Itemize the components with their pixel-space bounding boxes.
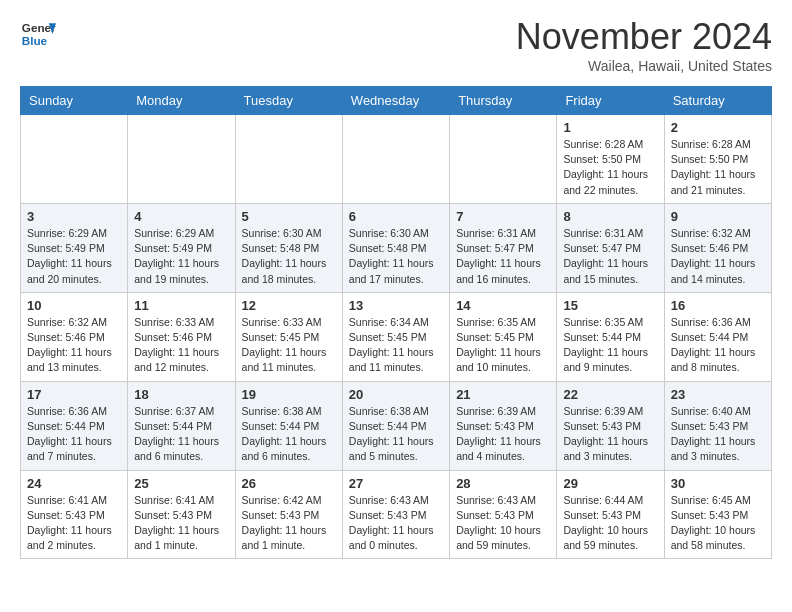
weekday-header-friday: Friday [557, 87, 664, 115]
calendar-cell: 19Sunrise: 6:38 AM Sunset: 5:44 PM Dayli… [235, 381, 342, 470]
day-number: 29 [563, 476, 657, 491]
calendar-cell: 5Sunrise: 6:30 AM Sunset: 5:48 PM Daylig… [235, 203, 342, 292]
calendar-cell: 16Sunrise: 6:36 AM Sunset: 5:44 PM Dayli… [664, 292, 771, 381]
day-number: 26 [242, 476, 336, 491]
day-number: 17 [27, 387, 121, 402]
calendar-cell: 14Sunrise: 6:35 AM Sunset: 5:45 PM Dayli… [450, 292, 557, 381]
day-info: Sunrise: 6:33 AM Sunset: 5:45 PM Dayligh… [242, 315, 336, 376]
day-info: Sunrise: 6:38 AM Sunset: 5:44 PM Dayligh… [349, 404, 443, 465]
calendar-cell: 25Sunrise: 6:41 AM Sunset: 5:43 PM Dayli… [128, 470, 235, 559]
calendar-cell: 12Sunrise: 6:33 AM Sunset: 5:45 PM Dayli… [235, 292, 342, 381]
calendar-cell: 22Sunrise: 6:39 AM Sunset: 5:43 PM Dayli… [557, 381, 664, 470]
calendar-cell: 11Sunrise: 6:33 AM Sunset: 5:46 PM Dayli… [128, 292, 235, 381]
day-number: 1 [563, 120, 657, 135]
weekday-header-wednesday: Wednesday [342, 87, 449, 115]
day-info: Sunrise: 6:36 AM Sunset: 5:44 PM Dayligh… [27, 404, 121, 465]
calendar-cell: 4Sunrise: 6:29 AM Sunset: 5:49 PM Daylig… [128, 203, 235, 292]
day-info: Sunrise: 6:32 AM Sunset: 5:46 PM Dayligh… [27, 315, 121, 376]
day-number: 7 [456, 209, 550, 224]
weekday-header-sunday: Sunday [21, 87, 128, 115]
calendar-cell [450, 115, 557, 204]
day-info: Sunrise: 6:28 AM Sunset: 5:50 PM Dayligh… [563, 137, 657, 198]
day-number: 20 [349, 387, 443, 402]
day-number: 8 [563, 209, 657, 224]
day-info: Sunrise: 6:45 AM Sunset: 5:43 PM Dayligh… [671, 493, 765, 554]
calendar-cell [342, 115, 449, 204]
day-info: Sunrise: 6:44 AM Sunset: 5:43 PM Dayligh… [563, 493, 657, 554]
calendar-week-row: 1Sunrise: 6:28 AM Sunset: 5:50 PM Daylig… [21, 115, 772, 204]
day-info: Sunrise: 6:35 AM Sunset: 5:45 PM Dayligh… [456, 315, 550, 376]
calendar-cell: 1Sunrise: 6:28 AM Sunset: 5:50 PM Daylig… [557, 115, 664, 204]
calendar-cell: 20Sunrise: 6:38 AM Sunset: 5:44 PM Dayli… [342, 381, 449, 470]
day-number: 27 [349, 476, 443, 491]
day-number: 24 [27, 476, 121, 491]
logo-icon: General Blue [20, 16, 56, 52]
day-info: Sunrise: 6:32 AM Sunset: 5:46 PM Dayligh… [671, 226, 765, 287]
weekday-header-tuesday: Tuesday [235, 87, 342, 115]
calendar-cell: 9Sunrise: 6:32 AM Sunset: 5:46 PM Daylig… [664, 203, 771, 292]
day-info: Sunrise: 6:28 AM Sunset: 5:50 PM Dayligh… [671, 137, 765, 198]
day-number: 5 [242, 209, 336, 224]
calendar-cell: 27Sunrise: 6:43 AM Sunset: 5:43 PM Dayli… [342, 470, 449, 559]
calendar-cell: 15Sunrise: 6:35 AM Sunset: 5:44 PM Dayli… [557, 292, 664, 381]
calendar-cell [21, 115, 128, 204]
logo: General Blue [20, 16, 60, 52]
calendar-cell: 13Sunrise: 6:34 AM Sunset: 5:45 PM Dayli… [342, 292, 449, 381]
day-number: 16 [671, 298, 765, 313]
calendar-table: SundayMondayTuesdayWednesdayThursdayFrid… [20, 86, 772, 559]
day-info: Sunrise: 6:43 AM Sunset: 5:43 PM Dayligh… [349, 493, 443, 554]
day-number: 14 [456, 298, 550, 313]
weekday-header-thursday: Thursday [450, 87, 557, 115]
calendar-cell: 6Sunrise: 6:30 AM Sunset: 5:48 PM Daylig… [342, 203, 449, 292]
page-header: General Blue November 2024 Wailea, Hawai… [20, 16, 772, 74]
day-info: Sunrise: 6:29 AM Sunset: 5:49 PM Dayligh… [27, 226, 121, 287]
calendar-cell: 29Sunrise: 6:44 AM Sunset: 5:43 PM Dayli… [557, 470, 664, 559]
calendar-cell: 26Sunrise: 6:42 AM Sunset: 5:43 PM Dayli… [235, 470, 342, 559]
page: General Blue November 2024 Wailea, Hawai… [0, 0, 792, 579]
calendar-cell: 17Sunrise: 6:36 AM Sunset: 5:44 PM Dayli… [21, 381, 128, 470]
day-number: 11 [134, 298, 228, 313]
calendar-cell: 24Sunrise: 6:41 AM Sunset: 5:43 PM Dayli… [21, 470, 128, 559]
location: Wailea, Hawaii, United States [516, 58, 772, 74]
calendar-cell: 21Sunrise: 6:39 AM Sunset: 5:43 PM Dayli… [450, 381, 557, 470]
day-info: Sunrise: 6:43 AM Sunset: 5:43 PM Dayligh… [456, 493, 550, 554]
day-number: 28 [456, 476, 550, 491]
day-info: Sunrise: 6:30 AM Sunset: 5:48 PM Dayligh… [349, 226, 443, 287]
day-info: Sunrise: 6:41 AM Sunset: 5:43 PM Dayligh… [27, 493, 121, 554]
day-info: Sunrise: 6:29 AM Sunset: 5:49 PM Dayligh… [134, 226, 228, 287]
calendar-cell [128, 115, 235, 204]
day-info: Sunrise: 6:40 AM Sunset: 5:43 PM Dayligh… [671, 404, 765, 465]
day-number: 4 [134, 209, 228, 224]
month-title: November 2024 [516, 16, 772, 58]
svg-text:Blue: Blue [22, 34, 48, 47]
day-info: Sunrise: 6:30 AM Sunset: 5:48 PM Dayligh… [242, 226, 336, 287]
day-info: Sunrise: 6:39 AM Sunset: 5:43 PM Dayligh… [456, 404, 550, 465]
day-info: Sunrise: 6:33 AM Sunset: 5:46 PM Dayligh… [134, 315, 228, 376]
day-info: Sunrise: 6:41 AM Sunset: 5:43 PM Dayligh… [134, 493, 228, 554]
day-number: 6 [349, 209, 443, 224]
calendar-cell: 3Sunrise: 6:29 AM Sunset: 5:49 PM Daylig… [21, 203, 128, 292]
day-info: Sunrise: 6:39 AM Sunset: 5:43 PM Dayligh… [563, 404, 657, 465]
day-info: Sunrise: 6:42 AM Sunset: 5:43 PM Dayligh… [242, 493, 336, 554]
weekday-header-saturday: Saturday [664, 87, 771, 115]
day-number: 12 [242, 298, 336, 313]
weekday-header-row: SundayMondayTuesdayWednesdayThursdayFrid… [21, 87, 772, 115]
day-info: Sunrise: 6:38 AM Sunset: 5:44 PM Dayligh… [242, 404, 336, 465]
day-number: 18 [134, 387, 228, 402]
calendar-week-row: 24Sunrise: 6:41 AM Sunset: 5:43 PM Dayli… [21, 470, 772, 559]
day-number: 2 [671, 120, 765, 135]
title-block: November 2024 Wailea, Hawaii, United Sta… [516, 16, 772, 74]
day-number: 15 [563, 298, 657, 313]
day-info: Sunrise: 6:31 AM Sunset: 5:47 PM Dayligh… [563, 226, 657, 287]
calendar-cell: 8Sunrise: 6:31 AM Sunset: 5:47 PM Daylig… [557, 203, 664, 292]
calendar-week-row: 10Sunrise: 6:32 AM Sunset: 5:46 PM Dayli… [21, 292, 772, 381]
calendar-cell [235, 115, 342, 204]
calendar-cell: 28Sunrise: 6:43 AM Sunset: 5:43 PM Dayli… [450, 470, 557, 559]
calendar-cell: 10Sunrise: 6:32 AM Sunset: 5:46 PM Dayli… [21, 292, 128, 381]
calendar-cell: 7Sunrise: 6:31 AM Sunset: 5:47 PM Daylig… [450, 203, 557, 292]
day-info: Sunrise: 6:34 AM Sunset: 5:45 PM Dayligh… [349, 315, 443, 376]
day-number: 3 [27, 209, 121, 224]
day-number: 10 [27, 298, 121, 313]
calendar-cell: 23Sunrise: 6:40 AM Sunset: 5:43 PM Dayli… [664, 381, 771, 470]
weekday-header-monday: Monday [128, 87, 235, 115]
